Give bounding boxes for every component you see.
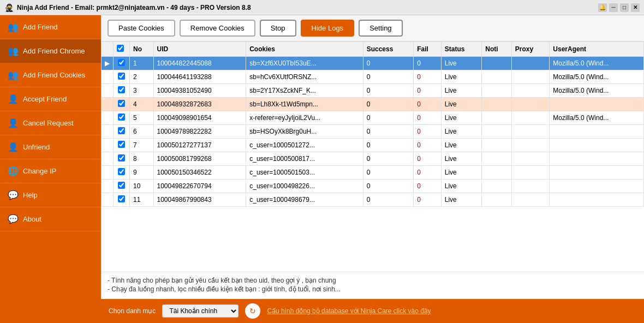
info-line-2: - Chạy đa luồng nhanh, lọc nhiều điều ki…: [108, 285, 637, 293]
row-noti: [482, 152, 512, 166]
row-uid: 100050150346522: [153, 166, 246, 180]
row-userAgent: [550, 152, 644, 166]
sidebar-item-add-friend[interactable]: 👥 Add Friend: [0, 15, 101, 39]
row-cookies: sb=Xzf6XU0TbI53uE...: [246, 57, 363, 70]
sidebar-item-label: Add Friend: [23, 23, 58, 31]
row-uid: 100050081799268: [153, 152, 246, 166]
table-row[interactable]: 9100050150346522c_user=1000501503...00Li…: [102, 166, 644, 180]
toolbar: Paste Cookies Remove Cookies Stop Hide L…: [101, 15, 644, 41]
row-status: Live: [441, 57, 482, 70]
row-checkbox[interactable]: [118, 168, 125, 175]
row-status: Live: [441, 152, 482, 166]
refresh-button[interactable]: ↻: [245, 303, 260, 319]
add-friend-cookies-icon: 👥: [8, 70, 19, 80]
row-checkbox[interactable]: [118, 195, 125, 202]
table-row[interactable]: 4100048932872683sb=Lh8Xk-t1Wd5mpn...00Li…: [102, 98, 644, 111]
sidebar-item-change-ip[interactable]: 🌐 Change IP: [0, 159, 101, 183]
row-status: Live: [441, 193, 482, 207]
row-userAgent: [550, 98, 644, 111]
notification-icon[interactable]: 🔔: [598, 3, 607, 12]
row-checkbox[interactable]: [118, 86, 125, 93]
col-status: Status: [441, 42, 482, 57]
table-row[interactable]: ▶1100044822445088sb=Xzf6XU0TbI53uE...00L…: [102, 57, 644, 70]
paste-cookies-button[interactable]: Paste Cookies: [108, 20, 175, 37]
row-checkbox[interactable]: [118, 59, 125, 66]
minimize-button[interactable]: ─: [609, 3, 618, 12]
row-checkbox[interactable]: [118, 73, 125, 80]
sidebar-item-accept-friend[interactable]: 👤 Accept Friend: [0, 87, 101, 111]
table-wrapper[interactable]: No UID Cookies Success Fail Status Noti …: [101, 41, 644, 272]
row-proxy: [511, 193, 550, 207]
row-checkbox-cell: [114, 57, 130, 70]
add-friend-chrome-icon: 👥: [8, 46, 19, 56]
row-cookies: sb=2Y17XsZckNF_K...: [246, 84, 363, 98]
col-useragent: UserAgent: [550, 42, 644, 57]
row-uid: 100048932872683: [153, 98, 246, 111]
row-arrow-cell: [102, 139, 114, 152]
table-row[interactable]: 8100050081799268c_user=1000500817...00Li…: [102, 152, 644, 166]
sidebar-item-unfriend[interactable]: 👤 Unfriend: [0, 135, 101, 159]
row-checkbox-cell: [114, 125, 130, 139]
row-success: 0: [363, 193, 414, 207]
row-checkbox[interactable]: [118, 127, 125, 134]
sidebar-item-about[interactable]: 💬 About: [0, 207, 101, 231]
row-fail: 0: [414, 193, 442, 207]
row-fail: 0: [414, 98, 442, 111]
row-checkbox[interactable]: [118, 113, 125, 121]
sync-link[interactable]: Cấu hình đồng bộ database với Ninja Care…: [267, 307, 431, 315]
row-checkbox-cell: [114, 84, 130, 98]
info-area: - Tính năng cho phép bạn gửi yêu cầu kết…: [101, 272, 644, 299]
account-select[interactable]: Tài Khoản chính Tài Khoản phụ: [162, 304, 238, 318]
row-checkbox[interactable]: [118, 182, 125, 189]
table-row[interactable]: 5100049098901654x-referer=eyJyIjoiL2Vu..…: [102, 111, 644, 125]
row-fail: 0: [414, 125, 442, 139]
table-row[interactable]: 11100049867990843c_user=1000498679...00L…: [102, 193, 644, 207]
row-checkbox[interactable]: [118, 141, 125, 148]
select-all-checkbox[interactable]: [117, 45, 124, 52]
close-button[interactable]: ✕: [631, 3, 640, 12]
row-no: 3: [130, 84, 154, 98]
col-proxy: Proxy: [511, 42, 550, 57]
table-row[interactable]: 6100049789822282sb=HSOyXk8Brg0uH...00Liv…: [102, 125, 644, 139]
table-row[interactable]: 2100044641193288sb=hCv6XUtfORSNZ...00Liv…: [102, 70, 644, 84]
row-checkbox-cell: [114, 111, 130, 125]
row-success: 0: [363, 139, 414, 152]
sidebar-item-add-friend-cookies[interactable]: 👥 Add Friend Cookies: [0, 63, 101, 87]
row-arrow-cell: [102, 84, 114, 98]
row-checkbox-cell: [114, 70, 130, 84]
row-checkbox[interactable]: [118, 154, 125, 162]
row-proxy: [511, 111, 550, 125]
row-status: Live: [441, 139, 482, 152]
table-row[interactable]: 3100049381052490sb=2Y17XsZckNF_K...00Liv…: [102, 84, 644, 98]
col-arrow: [102, 42, 114, 57]
sidebar-item-help[interactable]: 💬 Help: [0, 183, 101, 207]
row-cookies: c_user=1000501272...: [246, 139, 363, 152]
table-row[interactable]: 10100049822670794c_user=1000498226...00L…: [102, 180, 644, 193]
row-userAgent: [550, 125, 644, 139]
col-cookies: Cookies: [246, 42, 363, 57]
sidebar-item-cancel-request[interactable]: 👤 Cancel Request: [0, 111, 101, 135]
row-no: 10: [130, 180, 154, 193]
row-noti: [482, 70, 512, 84]
row-cookies: c_user=1000498226...: [246, 180, 363, 193]
row-no: 4: [130, 98, 154, 111]
row-proxy: [511, 84, 550, 98]
row-no: 6: [130, 125, 154, 139]
remove-cookies-button[interactable]: Remove Cookies: [180, 20, 255, 37]
about-icon: 💬: [8, 214, 19, 224]
sidebar-item-add-friend-chrome[interactable]: 👥 Add Friend Chrome: [0, 39, 101, 63]
row-success: 0: [363, 70, 414, 84]
row-uid: 100049098901654: [153, 111, 246, 125]
setting-button[interactable]: Setting: [359, 20, 402, 37]
row-userAgent: [550, 166, 644, 180]
hide-logs-button[interactable]: Hide Logs: [301, 20, 355, 37]
row-checkbox[interactable]: [118, 100, 125, 107]
maximize-button[interactable]: □: [620, 3, 629, 12]
table-row[interactable]: 7100050127277137c_user=1000501272...00Li…: [102, 139, 644, 152]
row-no: 8: [130, 152, 154, 166]
title-bar: 🥷 Ninja Add Friend - Email: prmkt2@ninja…: [0, 0, 644, 15]
row-cookies: x-referer=eyJyIjoiL2Vu...: [246, 111, 363, 125]
stop-button[interactable]: Stop: [260, 20, 296, 37]
row-uid: 100049789822282: [153, 125, 246, 139]
row-arrow-cell: [102, 125, 114, 139]
